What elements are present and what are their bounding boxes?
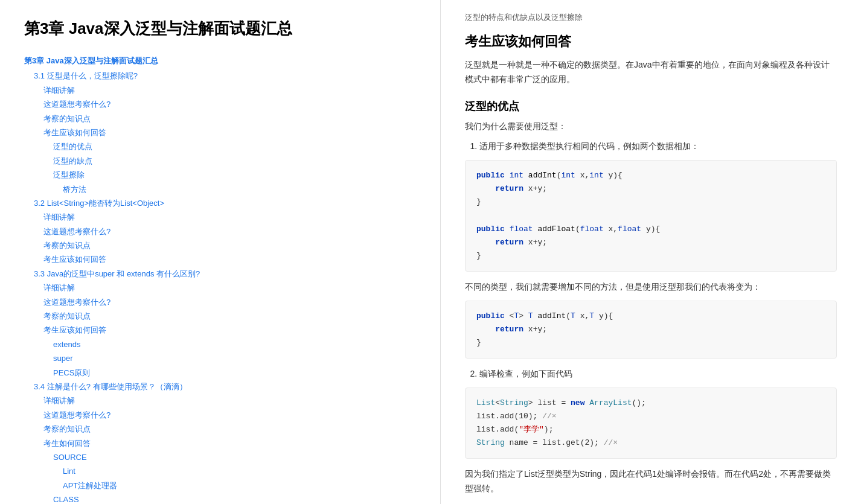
toc-item-top[interactable]: 第3章 Java深入泛型与注解面试题汇总	[24, 54, 416, 68]
toc-item-s31-q[interactable]: 这道题想考察什么?	[24, 97, 416, 111]
pros-item3: 编译检查，例如下面代码	[479, 367, 837, 381]
toc-item-s31-bridge[interactable]: 桥方法	[24, 182, 416, 196]
page-title: 第3章 Java深入泛型与注解面试题汇总	[24, 18, 416, 39]
toc-container: 第3章 Java深入泛型与注解面试题汇总3.1 泛型是什么，泛型擦除呢?详细讲解…	[24, 54, 416, 504]
toc-item-s34-source[interactable]: SOURCE	[24, 450, 416, 464]
code-block-1: public int addInt(int x,int y){ return x…	[465, 160, 837, 272]
toc-item-s34-k[interactable]: 考察的知识点	[24, 422, 416, 436]
toc-item-s33-pecs[interactable]: PECS原则	[24, 366, 416, 380]
code-block-3: List<String> list = new ArrayList(); lis…	[465, 388, 837, 459]
toc-item-s33-q[interactable]: 这道题想考察什么?	[24, 295, 416, 309]
pros-item2-intro: 不同的类型，我们就需要增加不同的方法，但是使用泛型那我们的代表将变为：	[465, 280, 837, 295]
toc-item-s32-k[interactable]: 考察的知识点	[24, 238, 416, 252]
toc-item-s31-k[interactable]: 考察的知识点	[24, 112, 416, 126]
toc-item-s32-q[interactable]: 这道题想考察什么?	[24, 225, 416, 238]
pros-list: 适用于多种数据类型执行相同的代码，例如两个数据相加：	[465, 139, 837, 154]
toc-item-s31-con[interactable]: 泛型的缺点	[24, 154, 416, 168]
pros-list-2: 编译检查，例如下面代码	[465, 367, 837, 381]
toc-item-s32[interactable]: 3.2 List<String>能否转为List<Object>	[24, 196, 416, 210]
toc-item-s33-super[interactable]: super	[24, 351, 416, 365]
toc-item-s33-detail[interactable]: 详细讲解	[24, 281, 416, 295]
left-panel: 第3章 Java深入泛型与注解面试题汇总 第3章 Java深入泛型与注解面试题汇…	[0, 0, 441, 504]
toc-item-s34-class[interactable]: CLASS	[24, 493, 416, 504]
toc-item-s34-apt[interactable]: APT注解处理器	[24, 479, 416, 493]
toc-item-s31-a[interactable]: 考生应该如何回答	[24, 126, 416, 139]
toc-item-s34-q[interactable]: 这道题想考察什么?	[24, 408, 416, 422]
pros-item1: 适用于多种数据类型执行相同的代码，例如两个数据相加：	[479, 139, 837, 154]
toc-item-s34-a[interactable]: 考生如何回答	[24, 436, 416, 450]
toc-item-s32-detail[interactable]: 详细讲解	[24, 210, 416, 224]
toc-item-s31-pro[interactable]: 泛型的优点	[24, 139, 416, 153]
toc-item-s31[interactable]: 3.1 泛型是什么，泛型擦除呢?	[24, 69, 416, 83]
right-h1: 考生应该如何回答	[465, 33, 837, 51]
toc-item-s33-a[interactable]: 考生应该如何回答	[24, 323, 416, 337]
toc-item-s32-a[interactable]: 考生应该如何回答	[24, 252, 416, 266]
toc-item-s33-k[interactable]: 考察的知识点	[24, 309, 416, 323]
right-h2-pros: 泛型的优点	[465, 99, 837, 113]
code-block-2: public <T> T addInt(T x,T y){ return x+y…	[465, 301, 837, 359]
right-panel: 泛型的特点和优缺点以及泛型擦除 考生应该如何回答 泛型就是一种就是一种不确定的数…	[441, 0, 861, 504]
toc-item-s31-detail[interactable]: 详细讲解	[24, 83, 416, 97]
toc-item-s34-detail[interactable]: 详细讲解	[24, 394, 416, 407]
toc-item-s34[interactable]: 3.4 注解是什么? 有哪些使用场景？（滴滴）	[24, 380, 416, 394]
right-top-text: 泛型的特点和优缺点以及泛型擦除	[465, 12, 837, 23]
pros-intro: 我们为什么需要使用泛型：	[465, 120, 837, 134]
toc-item-s33[interactable]: 3.3 Java的泛型中super 和 extends 有什么区别?	[24, 267, 416, 281]
toc-item-s33-extends[interactable]: extends	[24, 337, 416, 351]
pros-item3-desc: 因为我们指定了List泛型类型为String，因此在代码1处编译时会报错。而在代…	[465, 467, 837, 496]
right-intro: 泛型就是一种就是一种不确定的数据类型。在Java中有着重要的地位，在面向对象编程…	[465, 58, 837, 87]
toc-item-s34-lint[interactable]: Lint	[24, 464, 416, 478]
toc-item-s31-erase[interactable]: 泛型擦除	[24, 168, 416, 182]
